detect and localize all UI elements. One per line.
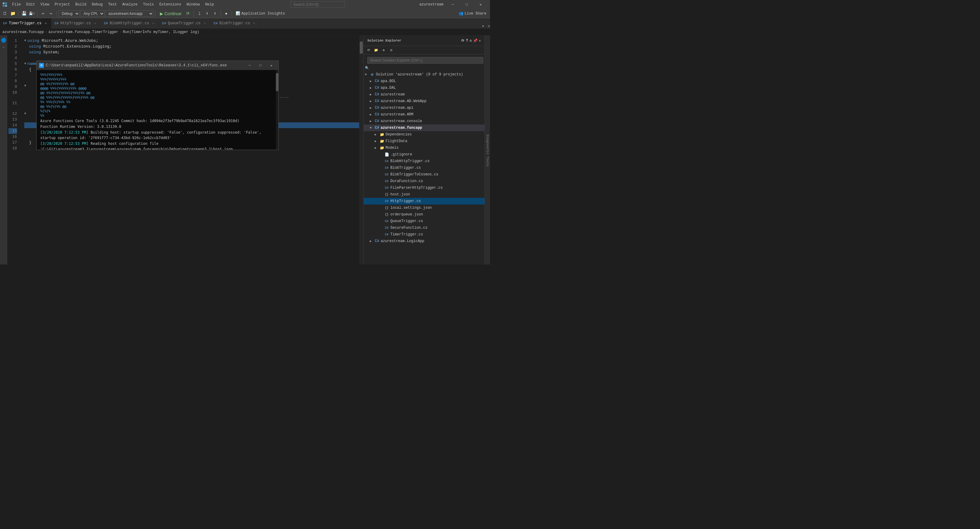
- breadcrumb-project[interactable]: azurestream.funcapp: [2, 30, 44, 34]
- menu-extensions[interactable]: Extensions: [157, 2, 183, 7]
- tab-queuetrigger-close[interactable]: ✕: [202, 21, 207, 26]
- fold-1[interactable]: ▼: [24, 38, 26, 44]
- terminal-minimize-button[interactable]: ─: [245, 62, 254, 69]
- terminal-close-button[interactable]: ✕: [267, 62, 276, 69]
- menu-help[interactable]: Help: [203, 2, 216, 7]
- se-tb-btn-3[interactable]: ⊕: [380, 47, 387, 54]
- tab-blobtrigger[interactable]: C# BlobTrigger.cs ✕: [210, 18, 260, 29]
- tree-gitignore[interactable]: ▶ 📄 .gitignore: [364, 151, 485, 158]
- tree-timertrigger[interactable]: ▶ C# TimerTrigger.cs: [364, 231, 485, 238]
- menu-file[interactable]: File: [10, 2, 23, 7]
- tab-overflow-button[interactable]: ▾: [480, 24, 487, 29]
- undo-button[interactable]: ↩: [39, 10, 47, 17]
- tree-securefunction[interactable]: ▶ C# SecureFunction.cs: [364, 225, 485, 231]
- menu-view[interactable]: View: [38, 2, 52, 7]
- tree-hostjson[interactable]: ▶ {} host.json: [364, 191, 485, 198]
- live-share-button[interactable]: 👥 Live Share: [457, 11, 489, 16]
- se-tree[interactable]: ▼ ⊞ Solution 'azurestream' (9 of 9 proje…: [364, 70, 485, 264]
- tree-azurestream-arm[interactable]: ▶ C# azurestream.ARM: [364, 111, 485, 118]
- menu-debug[interactable]: Debug: [89, 2, 105, 7]
- tab-timertrigger-close[interactable]: ✕: [43, 21, 48, 26]
- tree-azurestream-funcapp[interactable]: ▼ C# azurestream.funcapp: [364, 124, 485, 131]
- breadcrumb-method[interactable]: Run(TimerInfo myTimer, ILogger log): [123, 30, 199, 34]
- tree-flightdata[interactable]: ▶ 📁 FlightData: [364, 138, 485, 145]
- tree-fileparserhttptrigger[interactable]: ▶ C# FileParserHttpTrigger.cs: [364, 185, 485, 191]
- fold-12[interactable]: ▼: [24, 111, 26, 117]
- diagnostic-tools-label[interactable]: Diagnostic Tools: [485, 133, 490, 168]
- project-dropdown[interactable]: azurestream.funcapp: [105, 10, 154, 17]
- tree-models[interactable]: ▶ 📁 Models: [364, 145, 485, 151]
- tree-azurestream[interactable]: ▶ C# azurestream: [364, 91, 485, 98]
- global-search-input[interactable]: [290, 1, 345, 8]
- step-over-button[interactable]: ⤵: [196, 10, 203, 17]
- menu-bar: File Edit View Project Build Debug Test …: [10, 2, 216, 7]
- breadcrumb-file[interactable]: azurestream.funcapp.TimerTrigger: [48, 30, 118, 34]
- tree-azurestream-ad[interactable]: ▶ C# azurestream.AD.WebApp: [364, 98, 485, 105]
- terminal-scrollbar[interactable]: [276, 70, 278, 150]
- new-project-button[interactable]: 🗋: [1, 10, 8, 17]
- tab-settings-button[interactable]: ⚙: [488, 24, 490, 29]
- se-pin-button[interactable]: 📌: [473, 38, 477, 43]
- menu-window[interactable]: Window: [184, 2, 202, 7]
- tree-dependencies[interactable]: ▶ 📁 Dependencies: [364, 131, 485, 138]
- tree-blobtriggertocosmos[interactable]: ▶ C# BlobTriggerToCosmos.cs: [364, 171, 485, 178]
- menu-project[interactable]: Project: [52, 2, 72, 7]
- menu-analyze[interactable]: Analyze: [120, 2, 140, 7]
- tree-queuetrigger[interactable]: ▶ C# QueueTrigger.cs: [364, 218, 485, 225]
- fold-5[interactable]: ▼: [24, 61, 26, 67]
- save-all-button[interactable]: 💾+: [28, 10, 35, 17]
- se-collapse-button[interactable]: ⤒: [466, 38, 468, 43]
- tree-orderqueue[interactable]: ▶ {} orderqueue.json: [364, 211, 485, 218]
- tab-blobhttptrigger[interactable]: C# BlobHttpTrigger.cs ✕: [101, 18, 159, 29]
- editor-scrollbar[interactable]: [359, 35, 363, 264]
- save-button[interactable]: 💾: [20, 10, 27, 17]
- se-close-button[interactable]: ✕: [479, 38, 481, 43]
- se-tb-btn-4[interactable]: ⊟: [388, 47, 395, 54]
- open-button[interactable]: 📁: [9, 10, 16, 17]
- cs-icon-durafunction: C#: [384, 179, 389, 183]
- tree-localsettings[interactable]: ▶ {} local.settings.json: [364, 204, 485, 211]
- redo-button[interactable]: ↪: [47, 10, 54, 17]
- tree-blobhttptrigger[interactable]: ▶ C# BlobHttpTrigger.cs: [364, 158, 485, 164]
- step-into-button[interactable]: ⬇: [204, 10, 211, 17]
- terminal-maximize-button[interactable]: □: [256, 62, 265, 69]
- tab-timertrigger[interactable]: C# TimerTrigger.cs ✕: [0, 18, 51, 29]
- breadcrumb-sep-2: ›: [119, 30, 121, 34]
- breakpoint-button[interactable]: ●: [223, 10, 230, 17]
- menu-edit[interactable]: Edit: [24, 2, 38, 7]
- restart-button[interactable]: ⟳: [185, 10, 192, 17]
- terminal-scrollbar-thumb[interactable]: [276, 73, 278, 91]
- step-out-button[interactable]: ⬆: [212, 10, 219, 17]
- tab-blobhttptrigger-close[interactable]: ✕: [151, 21, 156, 26]
- continue-button[interactable]: ▶ Continue: [158, 10, 184, 17]
- tree-httptrigger[interactable]: ▶ C# HttpTrigger.cs: [364, 198, 485, 204]
- tab-httptrigger-close[interactable]: ✕: [93, 21, 97, 26]
- tab-blobtrigger-close[interactable]: ✕: [252, 21, 256, 26]
- terminal-body[interactable]: %%%{%%%}%%% %%%{%%%%%}%%% @@ %%{%%%%%}%%…: [37, 70, 278, 150]
- menu-tools[interactable]: Tools: [140, 2, 156, 7]
- scrollbar-thumb[interactable]: [360, 41, 363, 54]
- tree-azurestream-api[interactable]: ▶ C# azurestream.api: [364, 105, 485, 111]
- menu-test[interactable]: Test: [106, 2, 119, 7]
- tree-durafunction[interactable]: ▶ C# DuraFunction.cs: [364, 178, 485, 185]
- tree-blobtrigger[interactable]: ▶ C# BlobTrigger.cs: [364, 164, 485, 171]
- se-tb-btn-2[interactable]: 📁: [372, 47, 380, 54]
- se-tb-btn-1[interactable]: ⟳: [365, 47, 372, 54]
- debug-config-dropdown[interactable]: Debug: [59, 10, 80, 17]
- tree-apa-dal[interactable]: ▶ C# apa.DAL: [364, 84, 485, 91]
- platform-dropdown[interactable]: Any CPU: [80, 10, 105, 17]
- tab-httptrigger[interactable]: C# HttpTrigger.cs ✕: [51, 18, 101, 29]
- se-filter-button[interactable]: ⚙: [470, 38, 472, 43]
- tree-logicapp[interactable]: ▶ C# azurestream.LogicApp: [364, 238, 485, 244]
- tree-azurestream-console[interactable]: ▶ C# azurestream.console: [364, 118, 485, 124]
- close-button[interactable]: ✕: [474, 0, 488, 9]
- fold-8[interactable]: ▼: [24, 83, 26, 89]
- menu-build[interactable]: Build: [73, 2, 89, 7]
- minimize-button[interactable]: ─: [446, 0, 460, 9]
- se-sync-button[interactable]: ⟳: [461, 38, 464, 43]
- tab-queuetrigger[interactable]: C# QueueTrigger.cs ✕: [159, 18, 210, 29]
- tree-solution[interactable]: ▼ ⊞ Solution 'azurestream' (9 of 9 proje…: [364, 71, 485, 78]
- se-search-input[interactable]: [368, 57, 483, 64]
- maximize-button[interactable]: □: [460, 0, 474, 9]
- tree-apa-bol[interactable]: ▶ C# apa.BOL: [364, 78, 485, 84]
